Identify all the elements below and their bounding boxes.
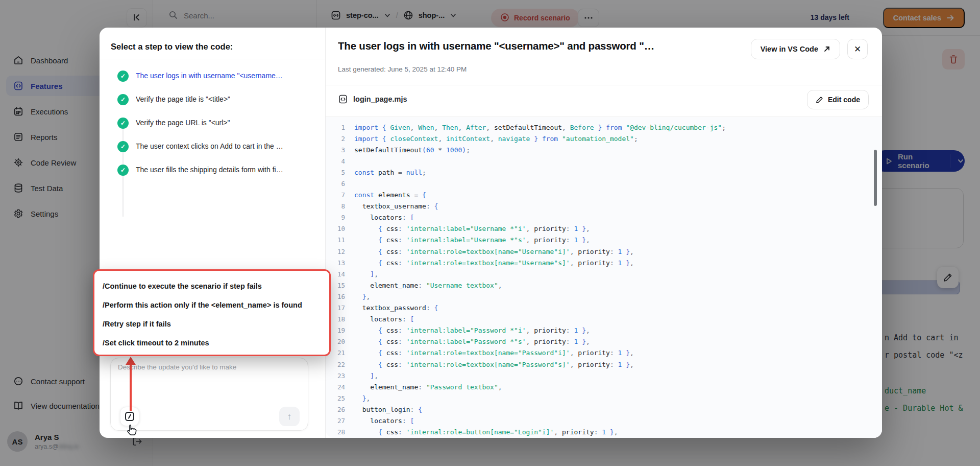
file-code-icon [338,94,348,104]
code-text: { css: 'internal:role=textbox[name="Pass… [354,349,634,357]
slash-command-item[interactable]: /Continue to execute the scenario if ste… [94,276,329,295]
code-line: 9 locators: [ [326,212,882,223]
code-line: 27 locators: [ [326,415,882,426]
arrow-up-icon: ↑ [287,411,292,422]
slash-command-icon [124,411,135,422]
code-line: 1import { Given, When, Then, After, setD… [326,122,882,133]
step-check-icon: ✓ [117,141,129,152]
step-label: Verify the page URL is "<url>" [136,118,230,127]
code-text: { css: 'internal:label="Password *"s', p… [354,338,590,345]
file-chip[interactable]: login_page.mjs [338,94,407,104]
code-line: 2import { closeContext, initContext, nav… [326,133,882,144]
code-view-modal: Select a step to view the code: ✓The use… [100,28,882,438]
code-text: { css: 'internal:label="Username *"s', p… [354,236,590,244]
step-check-icon: ✓ [117,118,129,129]
code-text: const path = null; [354,169,426,176]
view-in-vscode-label: View in VS Code [761,45,818,53]
code-text: { css: 'internal:role=textbox[name="User… [354,248,634,255]
code-line: 11 { css: 'internal:label="Username *"s'… [326,235,882,246]
step-label: The user fills the shipping details form… [136,165,283,174]
step-check-icon: ✓ [117,71,129,82]
step-item[interactable]: ✓Verify the page URL is "<url>" [100,118,326,141]
edit-code-label: Edit code [828,96,860,104]
line-number: 9 [326,214,354,221]
line-number: 10 [326,225,354,232]
code-line: 15 element_name: "Username textbox", [326,279,882,291]
slash-command-item[interactable]: /Perform this action only if the <elemen… [94,295,329,314]
code-text: ], [354,270,378,278]
slash-commands-popup: /Continue to execute the scenario if ste… [93,269,331,356]
step-selector-title: Select a step to view the code: [111,42,233,52]
line-number: 25 [326,394,354,402]
view-in-vscode-button[interactable]: View in VS Code [751,39,840,59]
step-item[interactable]: ✓The user logs in with username "<userna… [100,71,326,94]
code-line: 16 }, [326,291,882,302]
code-line: 5const path = null; [326,167,882,178]
step-item[interactable]: ✓The user fills the shipping details for… [100,165,326,188]
code-text: }, [354,394,370,402]
code-text: { css: 'internal:label="Password *"i', p… [354,327,590,334]
code-text: locators: [ [354,417,414,425]
code-line: 23 ], [326,370,882,381]
line-number: 28 [326,428,354,436]
code-line: 3setDefaultTimeout(60 * 1000); [326,144,882,155]
mouse-cursor [125,423,139,440]
code-editor[interactable]: 1import { Given, When, Then, After, setD… [326,116,882,438]
code-line: 20 { css: 'internal:label="Password *"s'… [326,336,882,347]
code-text: textbox_password: { [354,304,438,312]
code-line: 22 { css: 'internal:role=textbox[name="P… [326,359,882,370]
filename: login_page.mjs [353,95,407,103]
code-line: 12 { css: 'internal:role=textbox[name="U… [326,246,882,257]
slash-command-item[interactable]: /Set click timeout to 2 minutes [94,333,329,352]
line-number: 24 [326,383,354,391]
line-number: 7 [326,191,354,199]
code-line: 13 { css: 'internal:role=textbox[name="U… [326,257,882,268]
code-text: locators: [ [354,315,414,323]
code-line: 4 [326,155,882,167]
step-check-icon: ✓ [117,165,129,176]
step-item[interactable]: ✓Verify the page title is "<title>" [100,94,326,118]
code-line: 21 { css: 'internal:role=textbox[name="P… [326,347,882,359]
line-number: 4 [326,157,354,165]
code-line: 24 element_name: "Password textbox", [326,381,882,392]
step-title: The user logs in with username "<usernam… [338,40,741,52]
line-number: 1 [326,124,354,131]
update-description-input[interactable] [118,363,301,404]
annotation-arrow-shaft [130,364,132,411]
code-line: 17 textbox_password: { [326,302,882,314]
line-number: 22 [326,361,354,368]
divider [326,85,882,85]
line-number: 2 [326,135,354,143]
step-selector-panel: Select a step to view the code: ✓The use… [100,28,326,438]
close-icon: ✕ [854,44,861,55]
line-number: 3 [326,146,354,154]
code-line: 8 textbox_username: { [326,201,882,212]
code-text: { css: 'internal:label="Username *"i', p… [354,225,590,232]
line-number: 13 [326,259,354,267]
close-button[interactable]: ✕ [847,39,868,59]
code-line: 28 { css: 'internal:role=button[name="Lo… [326,427,882,438]
code-line: 18 locators: [ [326,314,882,325]
edit-code-button[interactable]: Edit code [807,90,869,109]
code-text: import { Given, When, Then, After, setDe… [354,124,726,131]
code-text: ], [354,372,378,380]
code-line: 14 ], [326,268,882,279]
line-number: 27 [326,417,354,425]
send-button[interactable]: ↑ [279,407,300,426]
code-text: import { closeContext, initContext, navi… [354,135,638,143]
code-line: 10 { css: 'internal:label="Username *"i'… [326,223,882,235]
code-line: 6 [326,178,882,189]
step-item[interactable]: ✓The user context clicks on Add to cart … [100,141,326,165]
step-check-icon: ✓ [117,94,129,105]
line-number: 11 [326,236,354,244]
pencil-icon [816,96,823,104]
code-text: setDefaultTimeout(60 * 1000); [354,146,470,154]
code-text: button_login: { [354,406,422,413]
code-text: { css: 'internal:role=textbox[name="Pass… [354,361,634,368]
code-line: 7const elements = { [326,190,882,201]
step-list: ✓The user logs in with username "<userna… [100,71,326,188]
code-scrollbar[interactable] [874,150,877,206]
app-root: DashboardFeaturesExecutionsReportsCode R… [0,0,980,466]
code-text: { css: 'internal:role=textbox[name="User… [354,259,634,267]
slash-command-item[interactable]: /Retry step if it fails [94,314,329,333]
